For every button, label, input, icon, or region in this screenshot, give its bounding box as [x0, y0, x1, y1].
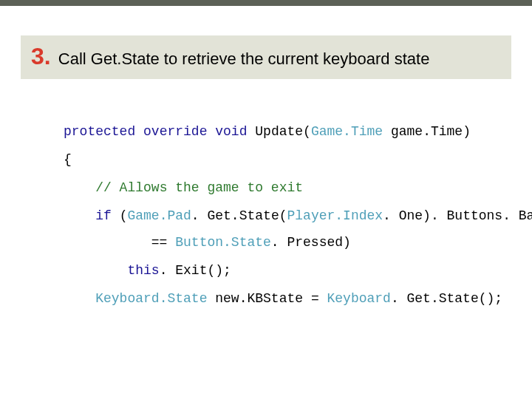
code-token: void — [215, 124, 247, 139]
code-token: override — [143, 124, 207, 139]
code-token: game.Time) — [383, 124, 471, 139]
code-line: if (Game.Pad. Get.State(Player.Index. On… — [64, 209, 488, 222]
code-token: . Get.State(); — [391, 291, 502, 306]
code-block: protected override void Update(Game.Time… — [64, 125, 488, 305]
code-token: . One). Buttons. Back — [383, 208, 532, 223]
code-token — [135, 124, 143, 139]
code-token: Game.Pad — [127, 208, 191, 223]
code-token: Update( — [247, 124, 310, 139]
step-number: 3. — [31, 43, 51, 69]
code-token — [64, 180, 95, 195]
code-token — [64, 208, 95, 223]
code-line: Keyboard.State new.KBState = Keyboard. G… — [64, 292, 488, 305]
code-token — [207, 124, 215, 139]
code-token: protected — [64, 124, 135, 139]
step-heading: 3. Call Get.State to retrieve the curren… — [21, 35, 511, 79]
code-token: Button.State — [175, 235, 271, 250]
code-line: { — [64, 153, 488, 166]
code-token: Player.Index — [287, 208, 383, 223]
code-line: this. Exit(); — [64, 264, 488, 277]
code-token: . Pressed) — [271, 235, 351, 250]
code-token: this — [127, 263, 159, 278]
step-title: Call Get.State to retrieve the current k… — [54, 50, 430, 68]
code-token: . Exit(); — [160, 263, 231, 278]
code-token: . Get.State( — [191, 208, 287, 223]
top-accent-bar — [0, 0, 532, 6]
code-line: // Allows the game to exit — [64, 181, 488, 194]
code-token: if — [95, 208, 112, 223]
code-token: == — [64, 235, 175, 250]
code-token: { — [64, 152, 72, 167]
code-line: == Button.State. Pressed) — [64, 236, 488, 249]
code-token — [64, 263, 127, 278]
code-token: ( — [112, 208, 128, 223]
code-token: Keyboard — [327, 291, 390, 306]
code-token: // Allows the game to exit — [95, 180, 303, 195]
code-token: new.KBState = — [207, 291, 327, 306]
code-token — [64, 291, 95, 306]
code-token: Game.Time — [311, 124, 383, 139]
code-line: protected override void Update(Game.Time… — [64, 125, 488, 138]
code-token: Keyboard.State — [95, 291, 207, 306]
slide: 3. Call Get.State to retrieve the curren… — [0, 0, 532, 399]
